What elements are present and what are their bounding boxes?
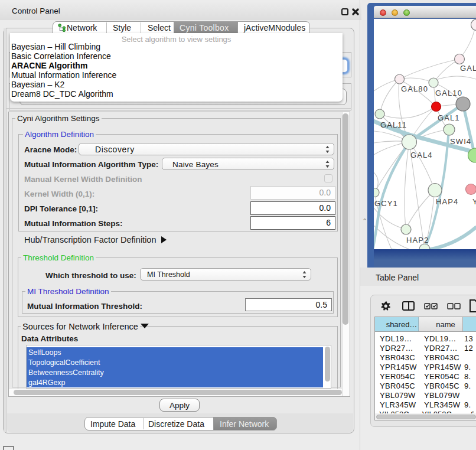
svg-text:GAL1: GAL1 bbox=[438, 113, 460, 122]
svg-text:GAL: GAL bbox=[460, 64, 476, 73]
svg-text:GAL11: GAL11 bbox=[380, 120, 407, 129]
svg-text:GAL80: GAL80 bbox=[401, 84, 428, 93]
svg-text:HAP4: HAP4 bbox=[436, 197, 458, 206]
svg-text:GAL10: GAL10 bbox=[435, 89, 462, 97]
svg-text:GAL4: GAL4 bbox=[410, 151, 433, 159]
svg-text:GCY1: GCY1 bbox=[374, 199, 398, 208]
svg-text:SWI4: SWI4 bbox=[450, 137, 471, 146]
svg-text:HAP2: HAP2 bbox=[406, 236, 429, 244]
svg-text:Y: Y bbox=[472, 197, 476, 206]
